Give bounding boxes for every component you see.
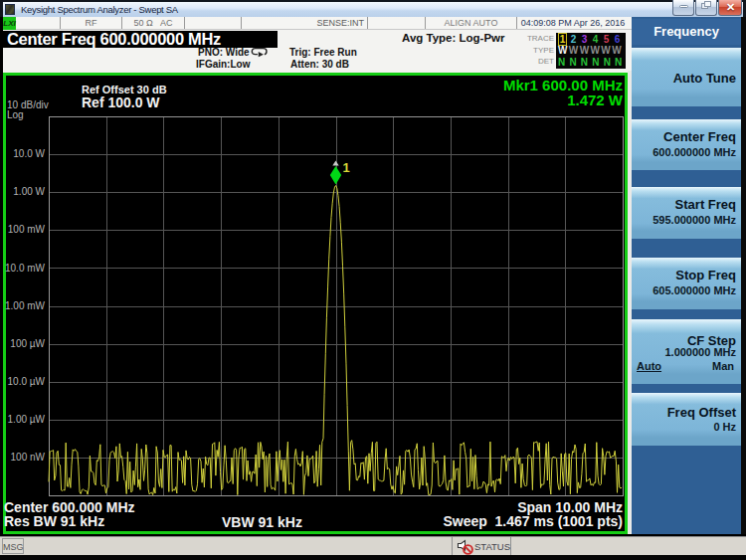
svg-text:1: 1 <box>343 160 350 175</box>
